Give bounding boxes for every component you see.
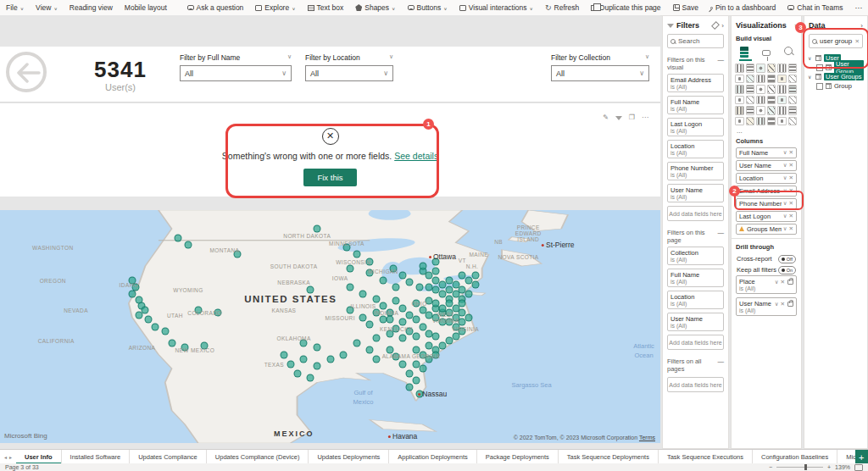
map-data-point[interactable] bbox=[432, 267, 440, 274]
chevron-down-icon[interactable]: ∨ bbox=[775, 301, 779, 308]
map-data-point[interactable] bbox=[405, 384, 413, 391]
format-visual-icon[interactable] bbox=[762, 50, 770, 56]
tree-row-user-groups[interactable]: ∨User Groups bbox=[808, 72, 864, 81]
map-data-point[interactable] bbox=[373, 295, 381, 302]
map-data-point[interactable] bbox=[313, 225, 320, 233]
field-checkbox[interactable] bbox=[816, 64, 823, 71]
add-data-fields-dropzone[interactable]: Add data fields here bbox=[667, 377, 724, 392]
map-data-point[interactable] bbox=[280, 351, 287, 358]
zoom-in-icon[interactable]: + bbox=[827, 464, 831, 470]
drill-field-user-name[interactable]: User Nameis (All)∨✕ bbox=[736, 297, 797, 316]
fit-to-page-icon[interactable] bbox=[854, 464, 863, 471]
map-data-point[interactable] bbox=[359, 291, 367, 298]
map-data-point[interactable] bbox=[346, 283, 353, 291]
collapse-filters-icon[interactable]: › bbox=[721, 22, 724, 30]
map-data-point[interactable] bbox=[452, 332, 459, 340]
map-data-point[interactable] bbox=[415, 283, 423, 291]
clustered-column-chart-icon[interactable] bbox=[767, 64, 776, 73]
map-visual[interactable]: WASHINGTONMONTANANORTH DAKOTAMINNESOTASO… bbox=[0, 210, 660, 443]
map-data-point[interactable] bbox=[386, 316, 393, 324]
stacked-column-chart-icon[interactable] bbox=[746, 64, 755, 73]
tree-row-group[interactable]: Group bbox=[816, 81, 864, 91]
map-data-point[interactable] bbox=[366, 346, 374, 354]
filter-card-collection[interactable]: Collectionis (All) bbox=[667, 247, 724, 265]
map-data-point[interactable] bbox=[342, 244, 350, 252]
add-data-fields-dropzone[interactable]: Add data fields here bbox=[667, 206, 724, 221]
map-data-point[interactable] bbox=[432, 332, 440, 340]
filter-card-full-name[interactable]: Full Nameis (All) bbox=[667, 269, 724, 287]
map-data-point[interactable] bbox=[293, 369, 301, 377]
map-data-point[interactable] bbox=[142, 307, 149, 314]
filter-card-location[interactable]: Locationis (All) bbox=[667, 291, 724, 309]
tab-application-deployments[interactable]: Application Deployments bbox=[389, 450, 477, 464]
map-data-point[interactable] bbox=[471, 281, 479, 289]
column-pill-groups-membership[interactable]: Groups Membership∨✕ bbox=[736, 224, 797, 235]
chevron-down-icon[interactable]: ∨ bbox=[783, 225, 787, 232]
remove-field-icon[interactable]: ✕ bbox=[789, 175, 793, 181]
focus-mode-icon[interactable]: ✎ bbox=[603, 114, 609, 121]
zoom-slider[interactable] bbox=[776, 467, 823, 468]
map-data-point[interactable] bbox=[432, 258, 440, 265]
map-data-point[interactable] bbox=[415, 391, 423, 398]
map-data-point[interactable] bbox=[405, 279, 413, 286]
filter-card-last-logon[interactable]: Last Logonis (All) bbox=[667, 118, 724, 136]
add-page-button[interactable]: + bbox=[855, 450, 868, 464]
map-data-point[interactable] bbox=[353, 339, 360, 346]
data-search-input[interactable]: user group ✕ bbox=[809, 34, 863, 48]
map-data-point[interactable] bbox=[412, 332, 420, 340]
chevron-down-icon[interactable]: ∨ bbox=[783, 162, 787, 169]
tree-row-user-group[interactable]: User Group bbox=[816, 63, 864, 72]
scatter-chart-icon[interactable] bbox=[756, 85, 765, 94]
stacked-bar-chart-icon[interactable] bbox=[735, 64, 744, 73]
map-data-point[interactable] bbox=[168, 339, 175, 346]
map-data-point[interactable] bbox=[412, 346, 420, 354]
filter-card-phone-number[interactable]: Phone Numberis (All) bbox=[667, 162, 724, 180]
chevron-down-icon[interactable]: ∨ bbox=[775, 279, 779, 285]
map-data-point[interactable] bbox=[405, 369, 413, 377]
azure-map-icon[interactable] bbox=[767, 96, 776, 105]
map-data-point[interactable] bbox=[379, 316, 387, 324]
funnel-chart-icon[interactable] bbox=[746, 85, 755, 94]
add-data-fields-dropzone[interactable]: Add data fields here bbox=[667, 335, 724, 350]
toolbar-item-shapes-icon[interactable]: Shapes∨ bbox=[349, 0, 401, 15]
stacked-area-chart-icon[interactable] bbox=[756, 75, 765, 84]
map-data-point[interactable] bbox=[471, 272, 479, 280]
filled-map-icon[interactable] bbox=[746, 96, 755, 105]
line-and-stacked-column-chart-icon[interactable] bbox=[767, 75, 776, 84]
map-data-point[interactable] bbox=[379, 276, 387, 284]
chevron-down-icon[interactable]: ∨ bbox=[783, 200, 787, 207]
map-data-point[interactable] bbox=[346, 264, 353, 272]
power-apps-icon[interactable] bbox=[788, 117, 798, 126]
toolbar-item-speech-bubble-icon[interactable]: Ask a question bbox=[181, 0, 250, 15]
menu-item-reading-view[interactable]: Reading view bbox=[64, 0, 119, 15]
map-data-point[interactable] bbox=[399, 360, 407, 368]
slicer-icon[interactable] bbox=[756, 106, 765, 115]
map-data-point[interactable] bbox=[412, 316, 420, 324]
field-checkbox[interactable] bbox=[816, 83, 823, 90]
map-data-point[interactable] bbox=[201, 341, 209, 349]
menu-item-file[interactable]: File∨ bbox=[0, 0, 30, 15]
tab-updates-compliance[interactable]: Updates Compliance bbox=[130, 450, 207, 464]
100-stacked-column-chart-icon[interactable] bbox=[788, 64, 798, 73]
filter-dropdown-filter-by-location[interactable]: All∨ bbox=[305, 65, 393, 81]
filter-dropdown-filter-by-collection[interactable]: All∨ bbox=[551, 65, 649, 81]
map-data-point[interactable] bbox=[465, 313, 473, 321]
chevron-down-icon[interactable]: ∨ bbox=[783, 213, 787, 219]
filters-search-input[interactable]: Search bbox=[667, 34, 724, 48]
map-data-point[interactable] bbox=[459, 328, 466, 335]
toolbar-item-visual-interactions-icon[interactable]: Visual interactions∨ bbox=[453, 0, 539, 15]
tab-task-sequence-executions[interactable]: Task Sequence Executions bbox=[659, 450, 753, 464]
map-data-point[interactable] bbox=[300, 339, 308, 346]
ribbon-chart-icon[interactable] bbox=[788, 75, 798, 84]
more-visuals-icon[interactable]: ... bbox=[732, 127, 801, 135]
map-data-point[interactable] bbox=[412, 376, 420, 384]
map-data-point[interactable] bbox=[373, 309, 381, 317]
filter-card-user-name[interactable]: User Nameis (All) bbox=[667, 184, 724, 202]
filter-card-full-name[interactable]: Full Nameis (All) bbox=[667, 96, 724, 114]
map-data-point[interactable] bbox=[161, 328, 169, 335]
map-icon[interactable] bbox=[735, 96, 744, 105]
donut-chart-icon[interactable] bbox=[777, 85, 787, 94]
map-data-point[interactable] bbox=[412, 300, 420, 308]
tab-package-deployments[interactable]: Package Deployments bbox=[477, 450, 559, 464]
matrix-icon[interactable] bbox=[777, 106, 787, 115]
